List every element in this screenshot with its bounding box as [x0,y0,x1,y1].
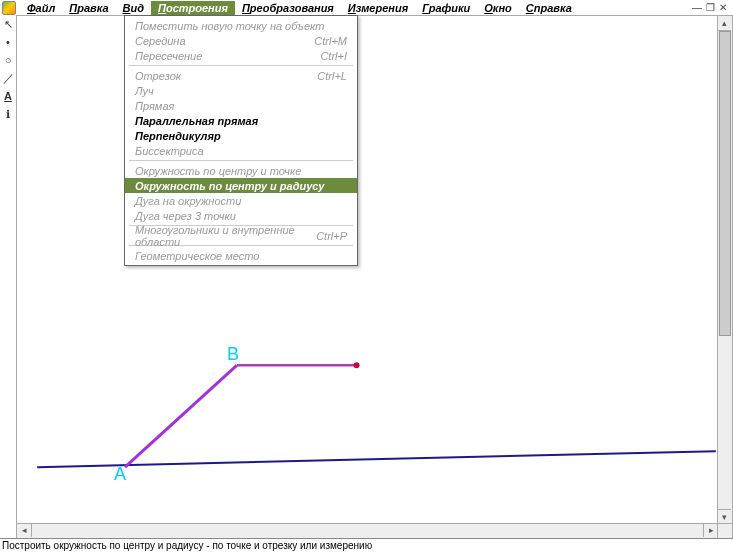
menu-item-label: Луч [135,85,347,97]
menu-справка[interactable]: Справка [519,1,579,15]
label-a: A [114,464,126,485]
menu-item-label: Прямая [135,100,347,112]
app-icon [2,1,16,15]
menu-item: ПересечениеCtrl+I [125,48,357,63]
menu-separator [129,65,353,66]
constructions-menu: Поместить новую точку на объектСерединаC… [124,15,358,266]
vertical-scrollbar[interactable]: ▴ ▾ [717,16,732,524]
info-tool[interactable]: ℹ [1,107,15,121]
scroll-corner [717,523,732,538]
menu-item: Многоугольники и внутренние областиCtrl+… [125,228,357,243]
menu-окно[interactable]: Окно [477,1,519,15]
text-tool[interactable]: A [1,89,15,103]
menu-item-shortcut: Ctrl+M [314,35,347,47]
menu-item-label: Дуга на окружности [135,195,347,207]
minimize-button[interactable]: — [692,3,702,13]
menu-item[interactable]: Перпендикуляр [125,128,357,143]
circle-tool[interactable]: ○ [1,53,15,67]
menu-item-shortcut: Ctrl+P [316,230,347,242]
scroll-thumb[interactable] [719,31,731,336]
tool-palette: ↖•○／Aℹ [0,15,17,539]
restore-button[interactable]: ❐ [706,3,715,13]
menu-item-label: Окружность по центру и радиусу [135,180,347,192]
menu-item-label: Параллельная прямая [135,115,347,127]
window-controls: — ❐ ✕ [692,3,727,13]
scroll-right-icon[interactable]: ▸ [703,524,718,537]
menu-item: Луч [125,83,357,98]
menu-item[interactable]: Окружность по центру и радиусу [125,178,357,193]
menu-item-shortcut: Ctrl+I [320,50,347,62]
menu-item: Дуга на окружности [125,193,357,208]
menu-separator [129,160,353,161]
scroll-down-icon[interactable]: ▾ [718,509,731,524]
menu-вид[interactable]: Вид [116,1,151,15]
select-tool[interactable]: ↖ [1,17,15,31]
line-tool[interactable]: ／ [1,71,15,85]
menu-item: Прямая [125,98,357,113]
horizontal-scrollbar[interactable]: ◂ ▸ [17,523,718,538]
label-b: B [227,344,239,365]
menu-правка[interactable]: Правка [62,1,115,15]
menu-item-label: Пересечение [135,50,320,62]
menu-item-label: Отрезок [135,70,317,82]
menubar: ФайлПравкаВидПостроенияПреобразованияИзм… [0,0,733,16]
scroll-left-icon[interactable]: ◂ [17,524,32,537]
status-bar: Построить окружность по центру и радиусу… [0,538,733,553]
menu-item-label: Перпендикуляр [135,130,347,142]
menu-графики[interactable]: Графики [415,1,477,15]
scroll-up-icon[interactable]: ▴ [718,16,731,31]
menu-item: Окружность по центру и точке [125,163,357,178]
menu-item-label: Середина [135,35,314,47]
menu-item-label: Дуга через 3 точки [135,210,347,222]
menu-item: ОтрезокCtrl+L [125,68,357,83]
menu-item[interactable]: Параллельная прямая [125,113,357,128]
menu-item-label: Поместить новую точку на объект [135,20,347,32]
menu-item: Геометрическое место [125,248,357,263]
menu-item: Биссектриса [125,143,357,158]
menu-item-label: Многоугольники и внутренние области [135,224,316,248]
menu-item-shortcut: Ctrl+L [317,70,347,82]
menu-item-label: Биссектриса [135,145,347,157]
menu-файл[interactable]: Файл [20,1,62,15]
menu-item: СерединаCtrl+M [125,33,357,48]
point-tool[interactable]: • [1,35,15,49]
segment-ab [125,365,237,467]
menu-измерения[interactable]: Измерения [341,1,415,15]
menu-item: Дуга через 3 точки [125,208,357,223]
close-button[interactable]: ✕ [719,3,727,13]
menu-item-label: Окружность по центру и точке [135,165,347,177]
menu-item: Поместить новую точку на объект [125,18,357,33]
menu-item-label: Геометрическое место [135,250,347,262]
menu-преобразования[interactable]: Преобразования [235,1,341,15]
menu-построения[interactable]: Построения [151,1,235,15]
point-c[interactable] [354,362,360,368]
